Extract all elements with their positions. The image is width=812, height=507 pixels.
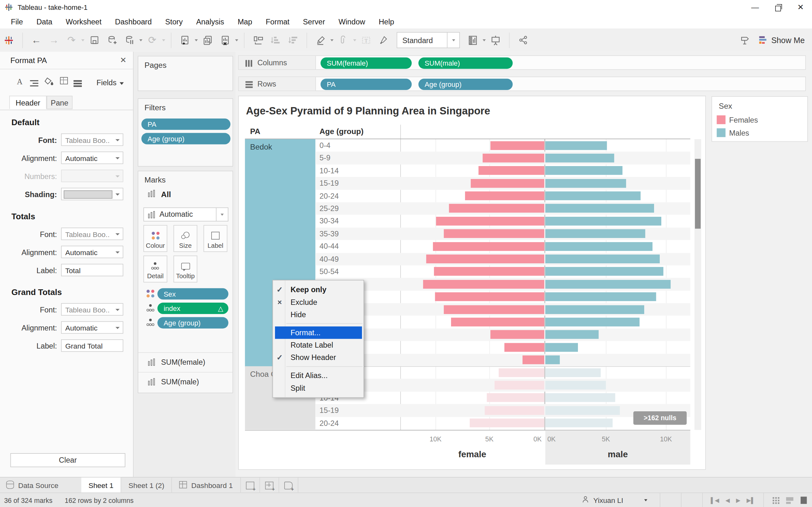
bar-male[interactable] (545, 217, 661, 226)
rows-pill-age-group-[interactable]: Age (group) (418, 78, 513, 90)
bar-male[interactable] (545, 305, 644, 314)
bar-female[interactable] (434, 267, 544, 276)
male-axis-title[interactable]: male (587, 450, 649, 460)
bar-male[interactable] (545, 406, 620, 415)
bar-male[interactable] (545, 179, 626, 187)
legend-entry-males[interactable]: Males (712, 127, 807, 139)
bar-female[interactable] (487, 393, 544, 402)
new-worksheet-tab-button[interactable]: + (241, 477, 259, 493)
menu-map[interactable]: Map (231, 17, 259, 26)
menu-dashboard[interactable]: Dashboard (108, 17, 158, 26)
size-button[interactable]: Size (173, 225, 197, 252)
presentation-mode-icon[interactable] (489, 32, 502, 48)
female-axis-title[interactable]: female (441, 450, 503, 460)
format-tab-pane[interactable]: Pane (47, 96, 72, 109)
female-axis-tick[interactable]: 10K (425, 435, 446, 442)
bar-female[interactable] (490, 141, 544, 150)
columns-pill-sum-male-[interactable]: SUM(male) (418, 57, 513, 69)
chart-scrollbar-thumb[interactable] (695, 159, 701, 228)
chart-scrollbar[interactable] (694, 139, 701, 430)
filter-pill-pa[interactable]: PA (142, 118, 231, 130)
sort-ascending-icon[interactable] (269, 32, 282, 48)
font-format-icon[interactable]: A (14, 77, 25, 87)
close-button[interactable]: ✕ (789, 0, 812, 14)
rows-shelf[interactable]: Rows PAAge (group) (238, 77, 806, 91)
bar-female[interactable] (485, 406, 544, 415)
bar-male[interactable] (545, 166, 622, 175)
bar-male[interactable] (545, 242, 653, 250)
show-me-button[interactable]: Show Me (759, 36, 805, 45)
new-worksheet-icon[interactable] (178, 32, 192, 48)
age-label-50-54[interactable]: 50-54 (319, 268, 392, 276)
bar-female[interactable] (426, 255, 544, 263)
filmstrip-view-icon[interactable] (786, 497, 793, 504)
bar-male[interactable] (545, 204, 654, 213)
fit-selector[interactable]: Standard (397, 32, 460, 48)
rows-pill-pa[interactable]: PA (321, 78, 412, 90)
format-dropdown[interactable]: Tableau Boo.. (61, 228, 123, 240)
user-dropdown-icon[interactable] (644, 499, 647, 502)
bar-female[interactable] (435, 292, 544, 301)
age-label-0-4[interactable]: 0-4 (319, 141, 392, 150)
context-item-edit-alias-[interactable]: Edit Alias... (273, 370, 363, 382)
male-axis-tick[interactable]: 5K (596, 435, 616, 442)
context-item-hide[interactable]: Hide (273, 308, 363, 321)
menu-server[interactable]: Server (296, 17, 332, 26)
replay-icon[interactable]: ↷ (65, 32, 78, 48)
show-hide-cards-dropdown-icon[interactable] (483, 39, 486, 41)
next-sheet-icon[interactable]: ▶ (736, 497, 740, 504)
menu-story[interactable]: Story (159, 17, 190, 26)
tooltip-flag-icon[interactable] (738, 32, 751, 48)
save-icon[interactable] (88, 32, 101, 48)
format-dropdown[interactable]: Automatic (61, 246, 123, 258)
age-label-20-24[interactable]: 20-24 (319, 419, 392, 427)
format-dropdown[interactable]: Automatic (61, 321, 123, 334)
context-item-keep-only[interactable]: ✓Keep only (273, 284, 363, 296)
bar-male[interactable] (545, 229, 646, 238)
bar-female[interactable] (483, 154, 544, 163)
context-item-exclude[interactable]: ×Exclude (273, 296, 363, 308)
format-input[interactable]: Grand Total (61, 339, 123, 352)
new-data-source-icon[interactable] (105, 32, 118, 48)
bar-female[interactable] (433, 242, 544, 250)
previous-sheet-icon[interactable]: ◀ (725, 497, 730, 504)
user-name[interactable]: Yixuan LI (593, 496, 623, 504)
bar-female[interactable] (444, 305, 544, 314)
clear-sheet-dropdown-icon[interactable] (235, 39, 238, 41)
bar-female[interactable] (465, 191, 544, 200)
format-panel-close-icon[interactable]: ✕ (119, 55, 128, 65)
first-sheet-icon[interactable]: ▌◀ (711, 497, 719, 504)
bar-male[interactable] (545, 343, 578, 352)
sort-descending-icon[interactable] (287, 32, 300, 48)
female-axis-tick[interactable]: 5K (479, 435, 500, 442)
fields-dropdown[interactable]: Fields (96, 78, 124, 87)
bar-female[interactable] (436, 217, 544, 226)
context-item-format-[interactable]: Format... (275, 326, 362, 339)
bar-female[interactable] (423, 280, 544, 289)
mark-pill-index[interactable]: index△ (157, 302, 229, 314)
bar-male[interactable] (545, 280, 671, 289)
age-label-40-44[interactable]: 40-44 (319, 242, 392, 250)
bar-male[interactable] (545, 418, 613, 428)
age-label-10-14[interactable]: 10-14 (319, 166, 392, 175)
filter-pill-age-group-[interactable]: Age (group) (142, 133, 231, 145)
bar-female[interactable] (504, 343, 544, 352)
mark-type-dropdown[interactable]: Automatic (143, 208, 229, 222)
bar-female[interactable] (523, 355, 544, 364)
bar-male[interactable] (545, 355, 560, 364)
male-axis-tick[interactable]: 0K (541, 435, 562, 442)
age-label-35-39[interactable]: 35-39 (319, 229, 392, 238)
lines-format-icon[interactable] (72, 77, 83, 87)
pause-updates-icon[interactable] (123, 32, 136, 48)
restore-button[interactable] (766, 0, 789, 14)
shading-color-dropdown[interactable] (61, 188, 123, 200)
menu-data[interactable]: Data (30, 17, 59, 26)
highlight-dropdown-icon[interactable] (331, 39, 334, 41)
text-label-icon[interactable]: T (359, 32, 373, 48)
last-sheet-icon[interactable]: ▶▌ (747, 497, 755, 504)
bar-female[interactable] (499, 368, 544, 377)
mark-pill-sex[interactable]: Sex (157, 288, 229, 299)
age-label-15-19[interactable]: 15-19 (319, 179, 392, 187)
menu-help[interactable]: Help (372, 17, 401, 26)
mark-pill-age-group-[interactable]: Age (group) (157, 317, 229, 329)
